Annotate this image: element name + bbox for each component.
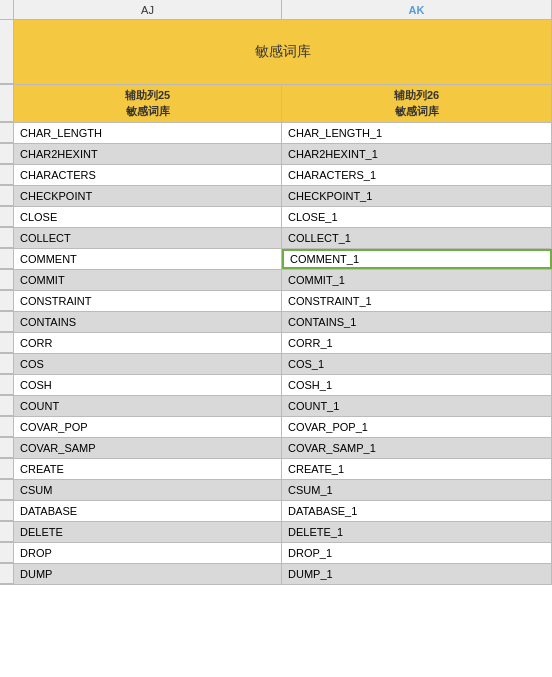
cell-left[interactable]: CHAR_LENGTH	[14, 123, 282, 143]
table-row[interactable]: COSHCOSH_1	[0, 375, 552, 396]
table-row[interactable]: CHAR2HEXINTCHAR2HEXINT_1	[0, 144, 552, 165]
title-row: 敏感词库	[0, 20, 552, 85]
table-row[interactable]: CREATECREATE_1	[0, 459, 552, 480]
cell-left[interactable]: COS	[14, 354, 282, 374]
spreadsheet: AJ AK 敏感词库 辅助列25 敏感词库 辅助列26 敏感词库 CHAR_LE…	[0, 0, 552, 677]
cell-right[interactable]: CHAR_LENGTH_1	[282, 123, 552, 143]
cell-left[interactable]: DUMP	[14, 564, 282, 584]
cell-right[interactable]: CONTAINS_1	[282, 312, 552, 332]
row-num-cell	[0, 438, 14, 458]
cell-left[interactable]: CREATE	[14, 459, 282, 479]
row-num-cell	[0, 144, 14, 164]
table-row[interactable]: CHAR_LENGTHCHAR_LENGTH_1	[0, 123, 552, 144]
row-num-cell	[0, 522, 14, 542]
table-row[interactable]: CHARACTERSCHARACTERS_1	[0, 165, 552, 186]
cell-left[interactable]: COVAR_POP	[14, 417, 282, 437]
row-num-cell	[0, 501, 14, 521]
col-header-aj[interactable]: AJ	[14, 0, 282, 19]
table-row[interactable]: COVAR_SAMPCOVAR_SAMP_1	[0, 438, 552, 459]
cell-right[interactable]: CORR_1	[282, 333, 552, 353]
table-row[interactable]: DELETEDELETE_1	[0, 522, 552, 543]
cell-right[interactable]: COLLECT_1	[282, 228, 552, 248]
row-num-cell	[0, 249, 14, 269]
cell-left[interactable]: DELETE	[14, 522, 282, 542]
cell-right[interactable]: DROP_1	[282, 543, 552, 563]
cell-right[interactable]: CHECKPOINT_1	[282, 186, 552, 206]
cell-left[interactable]: CHARACTERS	[14, 165, 282, 185]
row-num-cell	[0, 291, 14, 311]
table-row[interactable]: COMMENTCOMMENT_1	[0, 249, 552, 270]
table-row[interactable]: COMMITCOMMIT_1	[0, 270, 552, 291]
cell-left[interactable]: CORR	[14, 333, 282, 353]
sub-header-left-line2: 敏感词库	[126, 104, 170, 119]
cell-right[interactable]: CONSTRAINT_1	[282, 291, 552, 311]
cell-right[interactable]: DELETE_1	[282, 522, 552, 542]
cell-right[interactable]: CSUM_1	[282, 480, 552, 500]
cell-right[interactable]: DATABASE_1	[282, 501, 552, 521]
cell-left[interactable]: CLOSE	[14, 207, 282, 227]
col-header-ak[interactable]: AK	[282, 0, 552, 19]
title-cell: 敏感词库	[14, 20, 552, 84]
cell-left[interactable]: COUNT	[14, 396, 282, 416]
cell-left[interactable]: DROP	[14, 543, 282, 563]
cell-right[interactable]: COMMENT_1	[282, 249, 552, 269]
table-row[interactable]: CONSTRAINTCONSTRAINT_1	[0, 291, 552, 312]
row-num-cell	[0, 270, 14, 290]
row-num-title	[0, 20, 14, 84]
cell-right[interactable]: COSH_1	[282, 375, 552, 395]
data-rows-container: CHAR_LENGTHCHAR_LENGTH_1CHAR2HEXINTCHAR2…	[0, 123, 552, 585]
cell-left[interactable]: CONSTRAINT	[14, 291, 282, 311]
cell-left[interactable]: COSH	[14, 375, 282, 395]
column-header-row: AJ AK	[0, 0, 552, 20]
cell-right[interactable]: CHARACTERS_1	[282, 165, 552, 185]
cell-right[interactable]: COMMIT_1	[282, 270, 552, 290]
cell-left[interactable]: COLLECT	[14, 228, 282, 248]
table-row[interactable]: COSCOS_1	[0, 354, 552, 375]
cell-left[interactable]: CHAR2HEXINT	[14, 144, 282, 164]
table-row[interactable]: COVAR_POPCOVAR_POP_1	[0, 417, 552, 438]
table-row[interactable]: CSUMCSUM_1	[0, 480, 552, 501]
cell-left[interactable]: CONTAINS	[14, 312, 282, 332]
cell-right[interactable]: COUNT_1	[282, 396, 552, 416]
row-num-cell	[0, 207, 14, 227]
table-row[interactable]: CLOSECLOSE_1	[0, 207, 552, 228]
row-num-cell	[0, 396, 14, 416]
sub-header-right-line2: 敏感词库	[395, 104, 439, 119]
row-num-cell	[0, 165, 14, 185]
cell-left[interactable]: DATABASE	[14, 501, 282, 521]
row-num-subheader	[0, 85, 14, 122]
row-num-spacer	[0, 0, 14, 19]
cell-right[interactable]: COS_1	[282, 354, 552, 374]
cell-left[interactable]: COVAR_SAMP	[14, 438, 282, 458]
row-num-cell	[0, 186, 14, 206]
cell-left[interactable]: COMMENT	[14, 249, 282, 269]
table-row[interactable]: DATABASEDATABASE_1	[0, 501, 552, 522]
row-num-cell	[0, 354, 14, 374]
row-num-cell	[0, 333, 14, 353]
sub-header-right-line1: 辅助列26	[394, 88, 439, 103]
row-num-cell	[0, 417, 14, 437]
table-row[interactable]: COUNTCOUNT_1	[0, 396, 552, 417]
row-num-cell	[0, 123, 14, 143]
sub-header-row: 辅助列25 敏感词库 辅助列26 敏感词库	[0, 85, 552, 123]
table-row[interactable]: DROPDROP_1	[0, 543, 552, 564]
row-num-cell	[0, 564, 14, 584]
table-row[interactable]: CHECKPOINTCHECKPOINT_1	[0, 186, 552, 207]
row-num-cell	[0, 312, 14, 332]
table-row[interactable]: COLLECTCOLLECT_1	[0, 228, 552, 249]
cell-right[interactable]: COVAR_POP_1	[282, 417, 552, 437]
cell-right[interactable]: DUMP_1	[282, 564, 552, 584]
table-row[interactable]: CORRCORR_1	[0, 333, 552, 354]
cell-right[interactable]: CHAR2HEXINT_1	[282, 144, 552, 164]
cell-right[interactable]: CLOSE_1	[282, 207, 552, 227]
table-row[interactable]: DUMPDUMP_1	[0, 564, 552, 585]
cell-left[interactable]: CSUM	[14, 480, 282, 500]
cell-right[interactable]: CREATE_1	[282, 459, 552, 479]
cell-left[interactable]: COMMIT	[14, 270, 282, 290]
row-num-cell	[0, 375, 14, 395]
table-row[interactable]: CONTAINSCONTAINS_1	[0, 312, 552, 333]
sub-header-right: 辅助列26 敏感词库	[282, 85, 552, 122]
cell-right[interactable]: COVAR_SAMP_1	[282, 438, 552, 458]
cell-left[interactable]: CHECKPOINT	[14, 186, 282, 206]
row-num-cell	[0, 543, 14, 563]
